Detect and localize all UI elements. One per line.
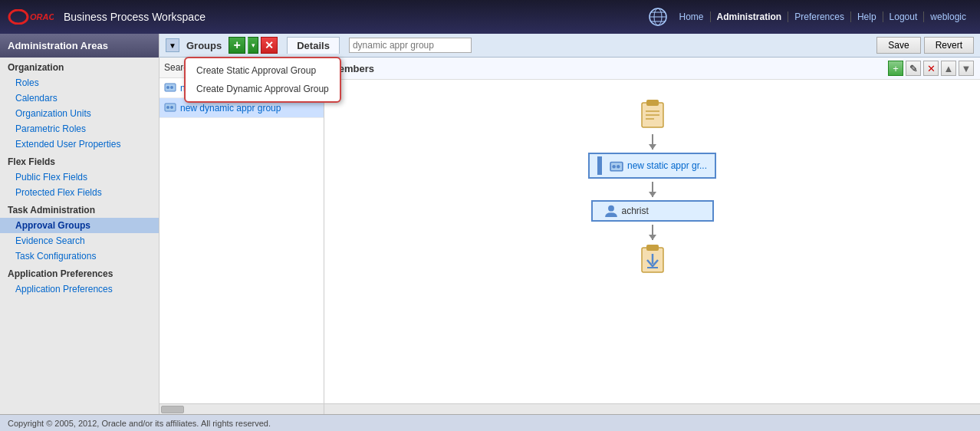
sidebar-item-parametric-roles[interactable]: Parametric Roles [0, 121, 159, 137]
sidebar-item-evidence-search[interactable]: Evidence Search [0, 233, 159, 248]
svg-point-0 [9, 10, 28, 24]
groups-panel: Search new static appr group [159, 58, 324, 414]
group-name-input[interactable] [349, 38, 472, 53]
sidebar-title: Administration Areas [0, 34, 159, 58]
sidebar-item-calendars[interactable]: Calendars [0, 90, 159, 106]
edit-member-button[interactable]: ✎ [906, 61, 921, 76]
flow-start-node [639, 98, 666, 131]
end-download-icon [639, 243, 666, 276]
details-hscroll[interactable] [324, 403, 980, 414]
split-view: Search new static appr group [159, 58, 980, 414]
group-icon-static [164, 81, 176, 95]
nav-user[interactable]: weblogic [924, 12, 972, 22]
groups-hscroll[interactable] [159, 403, 324, 414]
flow-diagram: new static appr gr... [324, 80, 980, 403]
sidebar-item-extended-user-props[interactable]: Extended User Properties [0, 137, 159, 152]
flow-end-node [639, 243, 666, 276]
svg-point-20 [617, 165, 620, 169]
sidebar-section-app-prefs: Application Preferences [0, 264, 159, 281]
main-toolbar: ▼ Groups + ▾ ✕ Details Save Revert Creat… [159, 34, 980, 58]
sidebar-item-approval-groups[interactable]: Approval Groups [0, 218, 159, 233]
svg-point-9 [170, 86, 173, 89]
user-flow-icon [604, 204, 618, 218]
flow-arrow-1 [652, 134, 653, 150]
add-group-dropdown-button[interactable]: ▾ [248, 37, 258, 54]
world-icon [647, 6, 669, 28]
start-clipboard-icon [639, 98, 666, 131]
sidebar-item-app-preferences[interactable]: Application Preferences [0, 281, 159, 297]
revert-button[interactable]: Revert [924, 37, 974, 54]
content-area: ▼ Groups + ▾ ✕ Details Save Revert Creat… [159, 34, 980, 414]
footer: Copyright © 2005, 2012, Oracle and/or it… [0, 414, 980, 431]
create-dynamic-group-item[interactable]: Create Dynamic Approval Group [186, 80, 340, 98]
svg-text:ORACLE: ORACLE [30, 12, 54, 21]
user-flow-label: achrist [622, 206, 649, 216]
nav-help[interactable]: Help [851, 12, 883, 22]
delete-group-button[interactable]: ✕ [261, 37, 278, 54]
sidebar-item-public-flex[interactable]: Public Flex Fields [0, 169, 159, 185]
add-group-dropdown-popup: Create Static Approval Group Create Dyna… [184, 57, 341, 103]
details-panel-header: Members + ✎ ✕ ▲ ▼ [324, 58, 980, 80]
group-icon-dynamic [164, 100, 176, 115]
save-button[interactable]: Save [876, 37, 920, 54]
svg-point-8 [166, 86, 169, 89]
members-label: Members [331, 63, 884, 74]
group-name-area [349, 38, 472, 53]
svg-point-21 [608, 206, 614, 212]
details-panel: Members + ✎ ✕ ▲ ▼ [324, 58, 980, 414]
nav-administration[interactable]: Administration [711, 12, 789, 22]
svg-point-19 [612, 165, 616, 169]
toolbar-groups-section: ▼ Groups + ▾ ✕ [166, 37, 278, 54]
details-tab[interactable]: Details [287, 37, 340, 54]
groups-label: Groups [186, 40, 222, 51]
add-member-button[interactable]: + [888, 61, 903, 76]
flow-group-node: new static appr gr... [588, 153, 716, 179]
group-flow-box: new static appr gr... [588, 153, 716, 179]
user-flow-box: achrist [591, 200, 714, 222]
collapse-groups-button[interactable]: ▼ [166, 38, 179, 52]
header-nav: Home Administration Preferences Help Log… [673, 12, 972, 22]
toolbar-right-buttons: Save Revert [876, 37, 974, 54]
flow-arrow-2 [652, 182, 653, 197]
sidebar-section-flex-fields: Flex Fields [0, 152, 159, 169]
move-down-button[interactable]: ▼ [959, 61, 974, 76]
flow-user-node: achrist [591, 200, 714, 222]
svg-rect-23 [646, 245, 659, 251]
logo-area: ORACLE Business Process Workspace [8, 9, 206, 25]
header: ORACLE Business Process Workspace Home A… [0, 0, 980, 34]
members-toolbar: + ✎ ✕ ▲ ▼ [888, 61, 974, 76]
group-item-dynamic-label[interactable]: new dynamic appr group [180, 103, 281, 114]
create-static-group-item[interactable]: Create Static Approval Group [186, 61, 340, 80]
sidebar-section-organization: Organization [0, 58, 159, 75]
svg-point-12 [170, 106, 173, 109]
sidebar-section-task-admin: Task Administration [0, 200, 159, 218]
svg-point-11 [166, 106, 169, 109]
nav-logout[interactable]: Logout [883, 12, 925, 22]
nav-home[interactable]: Home [673, 12, 711, 22]
sidebar-item-protected-flex[interactable]: Protected Flex Fields [0, 185, 159, 200]
groups-list: new static appr group new dynamic appr g… [159, 78, 324, 403]
add-group-button[interactable]: + [229, 37, 245, 54]
main-container: Administration Areas Organization Roles … [0, 34, 980, 414]
oracle-logo-icon: ORACLE [8, 9, 54, 25]
sidebar-item-roles[interactable]: Roles [0, 75, 159, 90]
group-flow-icon [610, 159, 623, 173]
group-flow-label[interactable]: new static appr gr... [627, 160, 707, 171]
app-title: Business Process Workspace [64, 11, 206, 23]
sidebar-item-task-configs[interactable]: Task Configurations [0, 248, 159, 264]
group-box-left-bar [597, 156, 602, 175]
delete-member-button[interactable]: ✕ [923, 61, 939, 76]
flow-arrow-3 [652, 225, 653, 240]
sidebar: Administration Areas Organization Roles … [0, 34, 159, 414]
sidebar-item-org-units[interactable]: Organization Units [0, 106, 159, 121]
move-up-button[interactable]: ▲ [941, 61, 956, 76]
nav-preferences[interactable]: Preferences [788, 12, 851, 22]
svg-rect-14 [646, 100, 659, 106]
copyright-text: Copyright © 2005, 2012, Oracle and/or it… [8, 419, 271, 428]
